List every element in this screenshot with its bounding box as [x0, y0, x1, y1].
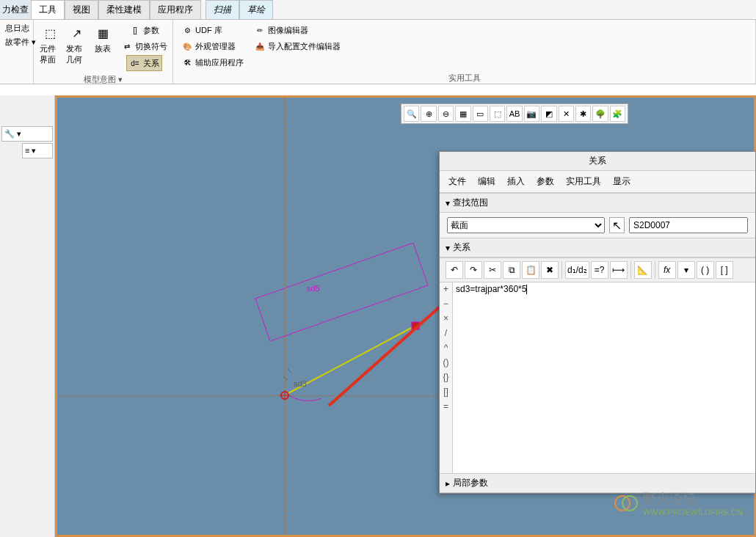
toggle-dim-button[interactable]: d₁/d₂ [565, 261, 589, 279]
switch-symbol-button[interactable]: ⇄切换符号 [119, 39, 170, 54]
import-icon: 📥 [254, 40, 266, 52]
tab-sweep[interactable]: 扫描 [206, 0, 239, 19]
op-equals[interactable]: = [443, 401, 448, 412]
view-1-button[interactable]: ▭ [473, 106, 488, 122]
annot-button[interactable]: AB [506, 106, 522, 122]
fx-dropdown-button[interactable]: ▾ [677, 261, 695, 279]
zoom-in-button[interactable]: ⊕ [421, 106, 436, 122]
side-list-button[interactable]: ≡ ▾ [22, 143, 53, 158]
component-iface-button[interactable]: ⬚ 元件界面 [37, 21, 63, 67]
table-icon: ▦ [92, 23, 113, 43]
pencil-icon: ✏ [254, 24, 266, 36]
tab-tools[interactable]: 工具 [31, 0, 65, 19]
zoom-out-button[interactable]: ⊖ [438, 106, 454, 122]
main-tabs: 力检查 工具 视图 柔性建模 应用程序 扫描 草绘 [0, 0, 756, 20]
publish-icon: ↗ [66, 23, 87, 43]
op-mult[interactable]: × [443, 313, 448, 324]
refit-button[interactable]: ▦ [455, 106, 470, 122]
delete-button[interactable]: ✖ [541, 261, 559, 279]
scope-select[interactable]: 截面 [447, 217, 605, 233]
fx-button[interactable]: fx [658, 261, 676, 279]
op-minus[interactable]: − [443, 299, 448, 309]
appearance-mgr-button[interactable]: 🎨外观管理器 [179, 39, 238, 54]
gear-icon: ⚙ [181, 24, 193, 36]
verify-button[interactable]: =? [591, 261, 608, 279]
relations-window: 关系 文件 编辑 插入 参数 实用工具 显示 ▾ 查找范围 截面 ↖ ▾ 关系 … [439, 151, 756, 494]
goto-button[interactable]: ⟼ [610, 261, 628, 279]
palette-icon: 🎨 [181, 40, 193, 52]
svg-line-2 [413, 243, 428, 285]
operator-gutter: + − × / ^ () {} [] = [440, 282, 453, 473]
svg-line-0 [270, 285, 428, 341]
relations-header[interactable]: ▾ 关系 [440, 238, 755, 257]
svg-line-1 [255, 299, 270, 341]
relations-button[interactable]: d=关系 [126, 55, 162, 71]
relations-title: 关系 [440, 152, 755, 171]
check-item[interactable]: 力检查 [0, 0, 31, 19]
menu-insert[interactable]: 插入 [507, 175, 525, 188]
op-plus[interactable]: + [443, 284, 448, 294]
param-button[interactable]: []参数 [127, 23, 161, 37]
tool-icon: 🛠 [181, 56, 193, 68]
pick-button[interactable]: ↖ [609, 217, 625, 233]
image-editor-button[interactable]: ✏图像编辑器 [252, 23, 310, 37]
side-toolbar: 🔧 ▾ ≡ ▾ [0, 95, 55, 537]
redo-button[interactable]: ↷ [465, 261, 482, 279]
relations-menu: 文件 编辑 插入 参数 实用工具 显示 [440, 171, 755, 193]
tab-flex[interactable]: 柔性建模 [98, 0, 150, 19]
menu-file[interactable]: 文件 [448, 175, 466, 188]
relations-toolbar: ↶ ↷ ✂ ⧉ 📋 ✖ d₁/d₂ =? ⟼ 📐 fx ▾ ( ) [ ] [440, 257, 755, 282]
view-toolbar: 🔍 ⊕ ⊖ ▦ ▭ ⬚ AB 📷 ◩ ✕ ✱ 🌳 🧩 [401, 103, 628, 124]
tab-sketch[interactable]: 草绘 [239, 0, 273, 19]
units-button[interactable]: 📐 [634, 261, 652, 279]
family-table-button[interactable]: ▦ 族表 [90, 21, 116, 56]
op-pow[interactable]: ^ [444, 343, 448, 353]
aux-apps-button[interactable]: 🛠辅助应用程序 [179, 55, 246, 70]
log-item[interactable]: 息日志 [3, 21, 32, 35]
relations-editor[interactable]: sd3=trajpar*360*5 [453, 282, 755, 473]
side-filter-button[interactable]: 🔧 ▾ [1, 126, 53, 142]
switch-icon: ⇄ [121, 40, 133, 52]
scope-header[interactable]: ▾ 查找范围 [440, 193, 755, 213]
tab-apps[interactable]: 应用程序 [150, 0, 201, 19]
undo-button[interactable]: ↶ [446, 261, 463, 279]
bracket-button[interactable]: [ ] [716, 261, 733, 279]
display-button[interactable]: ◩ [541, 106, 556, 122]
bracket-icon: [] [129, 24, 141, 36]
import-config-button[interactable]: 📥导入配置文件编辑器 [252, 39, 343, 54]
udf-lib-button[interactable]: ⚙UDF 库 [179, 23, 225, 37]
snapshot-button[interactable]: 📷 [524, 106, 539, 122]
menu-display[interactable]: 显示 [613, 175, 630, 188]
parts-item[interactable]: 故零件 ▾ [3, 35, 38, 49]
paste-button[interactable]: 📋 [522, 261, 539, 279]
dim-label-sd5: sd5 [307, 284, 320, 293]
assy-button[interactable]: 🧩 [610, 106, 625, 122]
op-brace[interactable]: {} [443, 372, 448, 382]
xsec-button[interactable]: ✕ [559, 106, 574, 122]
svg-line-3 [255, 243, 413, 299]
menu-util[interactable]: 实用工具 [566, 175, 601, 188]
watermark: 野火论坛 WWW.PROEWILDFIRE.CN [612, 490, 743, 516]
dim-label-sd3: sd3 [294, 379, 307, 388]
menu-params[interactable]: 参数 [537, 175, 554, 188]
zoom-fit-button[interactable]: 🔍 [404, 106, 419, 122]
cut-button[interactable]: ✂ [484, 261, 501, 279]
tab-view[interactable]: 视图 [65, 0, 98, 19]
op-paren[interactable]: () [443, 357, 449, 368]
tree-button[interactable]: 🌳 [592, 106, 608, 122]
datum-button[interactable]: ✱ [575, 106, 591, 122]
svg-rect-5 [412, 322, 419, 329]
paren-button[interactable]: ( ) [697, 261, 714, 279]
publish-geom-button[interactable]: ↗ 发布几何 [63, 21, 90, 67]
puzzle-icon: ⬚ [40, 23, 60, 43]
op-div[interactable]: / [445, 328, 447, 338]
scope-code-input[interactable] [629, 217, 748, 233]
op-bracket[interactable]: [] [443, 387, 448, 397]
ribbon: 息日志 故零件 ▾ ⬚ 元件界面 ↗ 发布几何 ▦ 族表 []参数 ⇄切换符号 … [0, 20, 756, 84]
view-2-button[interactable]: ⬚ [490, 106, 505, 122]
copy-button[interactable]: ⧉ [503, 261, 520, 279]
d-equals-icon: d= [129, 57, 141, 69]
menu-edit[interactable]: 编辑 [478, 175, 495, 188]
